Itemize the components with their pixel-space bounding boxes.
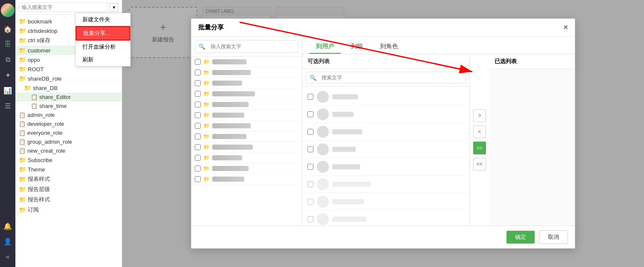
search-input[interactable] [19, 3, 108, 12]
report-icon: 📋 [31, 103, 38, 109]
tree-item-sharedb-role[interactable]: 📁 shareDB_role [15, 74, 122, 83]
file-checkbox[interactable] [195, 165, 201, 171]
folder-icon: 📁 [19, 196, 26, 203]
context-batch-share[interactable]: 批量分享... [76, 26, 130, 41]
tree-item-report-level[interactable]: 📁 报告层级 [15, 184, 122, 194]
user-checkbox[interactable] [307, 146, 313, 152]
tree-item-report-style[interactable]: 📁 报表样式 [15, 174, 122, 184]
folder-icon: 📁 [19, 176, 26, 183]
file-checkbox[interactable] [195, 144, 201, 150]
nav-expand[interactable]: « [1, 250, 15, 264]
user-checkbox[interactable] [307, 164, 313, 170]
tab-to-group[interactable]: 到组 [344, 40, 370, 54]
tree-item-share-db[interactable]: 📁 share_DB [15, 83, 122, 93]
user-item [302, 88, 469, 106]
modal-middle: 到用户 到组 到角色 可选列表 🔍 [302, 37, 575, 226]
tree-item-subscribe2[interactable]: 📁 订阅 [15, 205, 122, 215]
username [332, 199, 364, 204]
modal-close-button[interactable]: × [563, 23, 568, 32]
menu-button[interactable]: ▼ [110, 3, 118, 12]
file-name [212, 123, 251, 128]
modal-selected: 已选列表 [489, 54, 575, 226]
context-open-lineage[interactable]: 打开血缘分析 [76, 41, 130, 53]
nav-list[interactable]: ☰ [1, 99, 15, 113]
file-name [212, 145, 253, 150]
user-item [302, 211, 469, 226]
tree-item-new-creat-role[interactable]: 📋 new_creat_role [15, 146, 122, 155]
modal-file-list: 🔍 📁 📁 [191, 37, 302, 226]
confirm-button[interactable]: 确定 [506, 231, 535, 244]
tab-to-role[interactable]: 到角色 [373, 40, 405, 54]
available-search-input[interactable] [318, 73, 462, 82]
file-checkbox[interactable] [195, 112, 201, 118]
user-checkbox[interactable] [307, 181, 313, 187]
nav-layers[interactable]: ⧉ [1, 53, 15, 67]
context-new-folder[interactable]: 新建文件夹 [76, 13, 130, 26]
nav-graph[interactable]: ✦ [1, 68, 15, 82]
tree-item-label: 订阅 [28, 206, 118, 214]
file-item: 📁 [191, 78, 302, 89]
nav-chart[interactable]: 📊 [1, 84, 15, 97]
nav-database[interactable]: 🗄 [1, 38, 15, 51]
tree-item-theme[interactable]: 📁 Theme [15, 165, 122, 174]
tree-item-label: Subscribe [28, 157, 118, 163]
report-icon: 📋 [31, 94, 38, 100]
tree-item-label: group_admin_role [27, 139, 118, 145]
tree-item-everyone-role[interactable]: 📋 everyone_role [15, 128, 122, 137]
file-checkbox[interactable] [195, 80, 201, 86]
tree-item-report-style2[interactable]: 📁 报告样式 [15, 194, 122, 205]
username [332, 94, 358, 99]
file-tree-panel: ▼ 新建文件夹 批量分享... 打开血缘分析 刷新 📁 bookmark 📁 c… [15, 0, 122, 267]
modal-available: 可选列表 🔍 [302, 54, 470, 226]
user-checkbox[interactable] [307, 199, 313, 205]
file-checkbox[interactable] [195, 102, 201, 107]
user-item [302, 141, 469, 158]
tree-item-admin-role[interactable]: 📋 admin_role [15, 110, 122, 119]
folder-icon: 📁 [19, 157, 26, 163]
tree-item-group-admin-role[interactable]: 📋 group_admin_role [15, 137, 122, 146]
nav-home[interactable]: 🏠 [1, 22, 15, 36]
user-checkbox[interactable] [307, 216, 313, 222]
tree-item-share-editor[interactable]: 📋 share_Editor [15, 93, 122, 102]
file-checkbox[interactable] [195, 134, 201, 139]
modal-title: 批量分享 [198, 23, 224, 32]
folder-icon: 📁 [19, 166, 26, 173]
username [332, 112, 354, 117]
tree-item-developer-role[interactable]: 📋 developer_role [15, 119, 122, 128]
move-all-right-button[interactable]: >> [473, 142, 486, 154]
file-item: 📁 [191, 67, 302, 78]
file-item: 📁 [191, 163, 302, 174]
search-icon: 🔍 [310, 75, 316, 81]
user-checkbox[interactable] [307, 129, 313, 135]
nav-bell[interactable]: 🔔 [1, 219, 15, 233]
nav-user[interactable]: 👤 [1, 235, 15, 248]
folder-icon: 📁 [19, 47, 26, 54]
tree-item-share-time[interactable]: 📋 share_time [15, 102, 122, 110]
file-name [212, 102, 249, 107]
user-checkbox[interactable] [307, 111, 313, 117]
report-icon: 📋 [19, 130, 26, 136]
user-avatar [317, 91, 329, 103]
move-left-button[interactable]: < [473, 125, 486, 138]
user-checkbox[interactable] [307, 94, 313, 100]
tree-item-subscribe[interactable]: 📁 Subscribe [15, 155, 122, 165]
file-search-input[interactable] [207, 42, 295, 51]
folder-icon: 📁 [203, 144, 210, 150]
file-checkbox[interactable] [195, 59, 201, 65]
tab-to-user[interactable]: 到用户 [309, 40, 341, 54]
folder-icon: 📁 [203, 123, 210, 129]
move-right-button[interactable]: > [473, 109, 486, 122]
folder-icon: 📁 [203, 102, 210, 107]
move-all-left-button[interactable]: << [473, 158, 486, 171]
folder-icon: 📁 [24, 84, 31, 91]
tree-item-label: ROOT [28, 66, 118, 73]
context-refresh[interactable]: 刷新 [76, 53, 130, 66]
modal-content-row: 可选列表 🔍 [302, 54, 575, 226]
app-logo [1, 3, 15, 17]
file-checkbox[interactable] [195, 176, 201, 182]
file-checkbox[interactable] [195, 70, 201, 75]
cancel-button[interactable]: 取消 [539, 230, 568, 244]
file-checkbox[interactable] [195, 123, 201, 129]
file-checkbox[interactable] [195, 155, 201, 161]
file-checkbox[interactable] [195, 91, 201, 97]
